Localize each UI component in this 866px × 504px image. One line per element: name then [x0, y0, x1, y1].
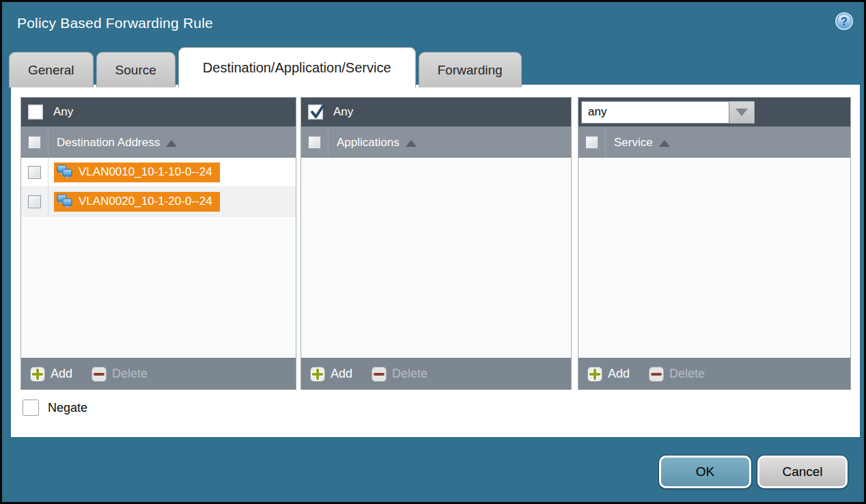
- table-row: VLAN0010_10-1-10-0--24: [21, 158, 296, 187]
- address-object-icon: [56, 164, 74, 180]
- dropdown-button[interactable]: [729, 101, 755, 124]
- service-column-header[interactable]: Service: [578, 126, 850, 158]
- add-button[interactable]: Add: [30, 367, 72, 382]
- applications-column-header[interactable]: Applications: [301, 126, 571, 158]
- service-action-bar: Add Delete: [578, 358, 850, 389]
- tab-bar: General Source Destination/Application/S…: [9, 47, 522, 87]
- plus-icon: [310, 367, 325, 382]
- ok-button-label: OK: [696, 464, 714, 479]
- destination-address-panel: Any Destination Address: [20, 97, 296, 390]
- destination-list: VLAN0010_10-1-10-0--24 VLAN0020_10-1-20-…: [21, 158, 296, 358]
- add-button-label: Add: [331, 367, 352, 381]
- svg-text:?: ?: [841, 16, 848, 27]
- page-title: Policy Based Forwarding Rule: [17, 15, 213, 31]
- tab-general[interactable]: General: [9, 52, 94, 87]
- applications-header-label: Applications: [337, 136, 400, 150]
- sort-ascending-icon: [659, 140, 670, 147]
- minus-icon: [372, 367, 387, 382]
- ok-button[interactable]: OK: [659, 456, 751, 488]
- applications-panel: Any Applications Add: [301, 97, 572, 390]
- row-checkbox[interactable]: [28, 166, 41, 179]
- negate-checkbox[interactable]: [23, 400, 39, 416]
- applications-any-label: Any: [333, 105, 353, 119]
- destination-any-bar: Any: [21, 98, 296, 126]
- destination-any-checkbox[interactable]: [28, 104, 43, 120]
- add-button-label: Add: [51, 367, 72, 381]
- plus-icon: [587, 367, 602, 382]
- service-any-bar: [578, 98, 850, 126]
- negate-option: Negate: [23, 400, 87, 416]
- applications-action-bar: Add Delete: [301, 358, 571, 389]
- destination-select-all-checkbox[interactable]: [28, 136, 41, 149]
- chevron-down-icon: [736, 109, 748, 116]
- service-select-all-checkbox[interactable]: [585, 136, 598, 149]
- address-object-chip[interactable]: VLAN0020_10-1-20-0--24: [54, 192, 220, 212]
- tab-general-label: General: [28, 63, 74, 78]
- tab-forwarding[interactable]: Forwarding: [419, 52, 522, 87]
- tab-content: Any Destination Address: [11, 85, 860, 437]
- destination-any-label: Any: [53, 105, 73, 119]
- tab-forwarding-label: Forwarding: [438, 63, 503, 78]
- sort-ascending-icon: [406, 140, 417, 147]
- cancel-button[interactable]: Cancel: [757, 456, 848, 488]
- tab-destination-application-service[interactable]: Destination/Application/Service: [178, 47, 416, 87]
- service-dropdown: [581, 101, 755, 124]
- destination-header-label: Destination Address: [57, 136, 160, 150]
- applications-any-checkbox[interactable]: [308, 104, 323, 120]
- minus-icon: [92, 367, 107, 382]
- cancel-button-label: Cancel: [782, 464, 822, 479]
- delete-button-label: Delete: [669, 367, 705, 381]
- delete-button-label: Delete: [112, 367, 148, 381]
- service-panel: Service Add De: [578, 97, 851, 390]
- applications-any-bar: Any: [301, 98, 571, 126]
- add-button-label: Add: [608, 367, 630, 381]
- policy-forwarding-dialog: Policy Based Forwarding Rule ? General S…: [0, 0, 866, 504]
- applications-list: [301, 158, 571, 358]
- row-checkbox[interactable]: [28, 195, 41, 208]
- tab-das-label: Destination/Application/Service: [203, 60, 391, 76]
- table-row: VLAN0020_10-1-20-0--24: [21, 187, 296, 216]
- address-object-chip[interactable]: VLAN0010_10-1-10-0--24: [54, 163, 220, 182]
- negate-label: Negate: [48, 401, 87, 415]
- destination-action-bar: Add Delete: [21, 358, 296, 389]
- address-object-label: VLAN0020_10-1-20-0--24: [79, 195, 212, 208]
- tab-source-label: Source: [115, 63, 156, 78]
- sort-ascending-icon: [166, 140, 177, 147]
- plus-icon: [30, 367, 45, 382]
- destination-column-header[interactable]: Destination Address: [21, 126, 296, 158]
- service-header-label: Service: [614, 136, 653, 150]
- address-object-label: VLAN0010_10-1-10-0--24: [79, 165, 212, 179]
- minus-icon: [649, 367, 664, 382]
- delete-button[interactable]: Delete: [372, 367, 428, 382]
- service-list: [578, 158, 850, 358]
- add-button[interactable]: Add: [587, 367, 630, 382]
- checkmark-icon: [309, 103, 326, 121]
- delete-button-label: Delete: [392, 367, 428, 381]
- help-icon[interactable]: ?: [835, 12, 854, 31]
- address-object-icon: [56, 193, 74, 210]
- service-dropdown-input[interactable]: [581, 101, 729, 124]
- delete-button[interactable]: Delete: [649, 367, 705, 382]
- applications-select-all-checkbox[interactable]: [308, 136, 321, 149]
- delete-button[interactable]: Delete: [92, 367, 148, 382]
- tab-source[interactable]: Source: [96, 52, 176, 87]
- add-button[interactable]: Add: [310, 367, 352, 382]
